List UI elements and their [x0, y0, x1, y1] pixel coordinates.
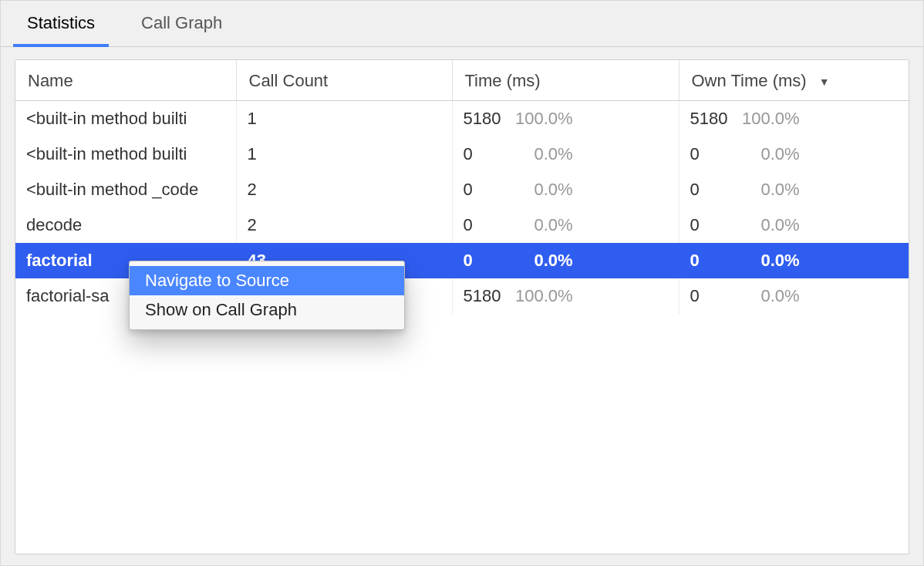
cell-name: <built-in method _code [15, 172, 236, 207]
cell-time: 0 0.0% [452, 172, 679, 207]
cell-own-time: 0 0.0% [679, 278, 909, 314]
own-time-percent: 0.0% [738, 144, 800, 164]
column-header-call-count[interactable]: Call Count [236, 60, 452, 101]
cell-own-time: 0 0.0% [679, 207, 909, 243]
own-time-percent: 0.0% [738, 251, 800, 271]
column-header-name[interactable]: Name [15, 60, 236, 101]
time-percent: 0.0% [511, 215, 573, 235]
table-row[interactable]: <built-in method builti15180 100.0%5180 … [15, 101, 909, 136]
time-value: 0 [464, 144, 507, 164]
menu-item-show-on-call-graph[interactable]: Show on Call Graph [130, 295, 404, 325]
own-time-value: 5180 [690, 109, 733, 129]
own-time-percent: 100.0% [738, 109, 800, 129]
time-percent: 100.0% [511, 286, 573, 306]
cell-time: 5180 100.0% [452, 101, 679, 136]
column-header-label: Time (ms) [465, 71, 541, 90]
cell-time: 0 0.0% [452, 136, 679, 172]
tab-statistics[interactable]: Statistics [13, 1, 109, 46]
table-header-row: Name Call Count Time (ms) Own Time (ms) … [15, 60, 909, 101]
own-time-value: 0 [690, 144, 733, 164]
time-percent: 0.0% [511, 180, 573, 200]
cell-time: 5180 100.0% [452, 278, 679, 314]
column-header-label: Name [28, 71, 73, 90]
own-time-value: 0 [690, 180, 733, 200]
cell-own-time: 0 0.0% [679, 243, 909, 278]
time-value: 5180 [464, 109, 507, 129]
profiler-window: Statistics Call Graph Name Call Count [0, 0, 924, 566]
own-time-percent: 0.0% [738, 215, 800, 235]
time-percent: 0.0% [511, 144, 573, 164]
time-value: 0 [464, 180, 507, 200]
time-percent: 0.0% [511, 251, 573, 271]
cell-name: decode [15, 207, 236, 243]
time-value: 5180 [464, 286, 507, 306]
tab-bar: Statistics Call Graph [1, 1, 923, 47]
column-header-own-time[interactable]: Own Time (ms) ▼ [679, 60, 909, 101]
time-percent: 100.0% [511, 109, 573, 129]
cell-time: 0 0.0% [452, 207, 679, 243]
cell-name: <built-in method builti [15, 136, 236, 172]
own-time-percent: 0.0% [738, 180, 800, 200]
cell-time: 0 0.0% [452, 243, 679, 278]
tab-call-graph[interactable]: Call Graph [127, 1, 236, 46]
cell-own-time: 5180 100.0% [679, 101, 909, 136]
menu-item-navigate-to-source[interactable]: Navigate to Source [130, 266, 404, 295]
column-header-label: Call Count [249, 71, 329, 90]
own-time-value: 0 [690, 215, 733, 235]
tab-label: Call Graph [141, 13, 222, 32]
cell-own-time: 0 0.0% [679, 136, 909, 172]
tab-label: Statistics [27, 13, 95, 32]
column-header-time[interactable]: Time (ms) [452, 60, 679, 101]
sort-descending-icon: ▼ [819, 76, 830, 88]
cell-call-count: 1 [236, 101, 452, 136]
own-time-value: 0 [690, 286, 733, 306]
table-row[interactable]: <built-in method _code20 0.0%0 0.0% [15, 172, 909, 207]
cell-own-time: 0 0.0% [679, 172, 909, 207]
own-time-value: 0 [690, 251, 733, 271]
time-value: 0 [464, 215, 507, 235]
time-value: 0 [464, 251, 507, 271]
cell-name: <built-in method builti [15, 101, 236, 136]
menu-item-label: Navigate to Source [145, 271, 289, 290]
cell-call-count: 1 [236, 136, 452, 172]
cell-call-count: 2 [236, 172, 452, 207]
own-time-percent: 0.0% [738, 286, 800, 306]
table-row[interactable]: decode20 0.0%0 0.0% [15, 207, 909, 243]
menu-item-label: Show on Call Graph [145, 300, 297, 319]
context-menu: Navigate to Source Show on Call Graph [129, 261, 405, 330]
cell-call-count: 2 [236, 207, 452, 243]
column-header-label: Own Time (ms) [692, 71, 807, 90]
table-row[interactable]: <built-in method builti10 0.0%0 0.0% [15, 136, 909, 172]
